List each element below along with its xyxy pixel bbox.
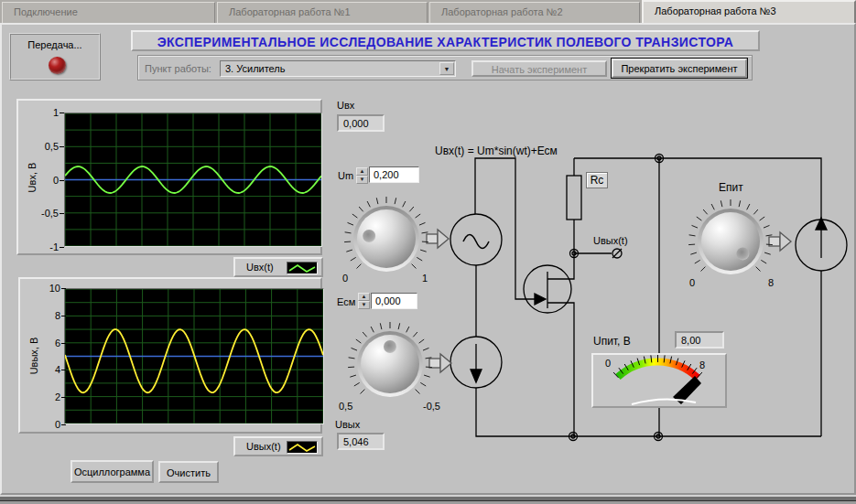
tab-lab-work-1[interactable]: Лабораторная работа №1 (217, 2, 428, 23)
decrement-button[interactable]: ▼ (356, 176, 368, 184)
increment-button[interactable]: ▲ (356, 167, 368, 176)
input-scope-plot (64, 113, 322, 247)
y-tick-label: 6 (33, 338, 60, 349)
meter-min-label: 0 (605, 358, 611, 369)
stop-experiment-button[interactable]: Прекратить эксперимент (612, 59, 747, 78)
um-spinner: ▲ ▼ (356, 167, 368, 184)
y-tick-mark (61, 424, 66, 425)
transfer-led-icon (49, 57, 66, 74)
oscillogram-button[interactable]: Осциллограмма (70, 460, 154, 483)
um-knob-min: 0 (342, 273, 348, 284)
supply-voltage-display: 8,00 (675, 331, 724, 349)
input-wave-icon (287, 262, 318, 274)
y-tick-mark (61, 370, 66, 370)
supply-voltage-label: Uпит, В (593, 335, 631, 348)
work-item-selected: 3. Усилитель (225, 63, 286, 74)
rc-resistor-label: Rc (586, 172, 608, 188)
input-legend-label: Uвх(t) (246, 262, 274, 273)
y-tick-mark (61, 316, 66, 316)
esm-label: Есм (337, 296, 355, 307)
meter-max-label: 8 (699, 359, 705, 370)
y-tick-mark (60, 213, 64, 214)
uvyh-label: Uвых (335, 419, 360, 430)
uvx-label: Uвх (337, 100, 354, 111)
y-tick-mark (61, 343, 66, 344)
y-tick-label: -1 (31, 241, 59, 252)
um-input[interactable] (369, 166, 419, 183)
um-knob-max: 1 (422, 273, 428, 284)
y-tick-mark (61, 397, 66, 398)
tab-lab-work-3[interactable]: Лабораторная работа №3 (642, 0, 856, 23)
esm-knob[interactable]: 0,5 -0,5 (344, 318, 436, 410)
y-tick-label: 4 (33, 364, 60, 375)
y-tick-label: 1 (31, 107, 59, 118)
clear-button[interactable]: Очистить (158, 461, 219, 483)
input-scope-legend[interactable]: Uвх(t) (233, 257, 323, 277)
y-tick-mark (60, 247, 64, 248)
y-tick-label: 2 (33, 391, 60, 402)
work-item-label: Пункт работы: (145, 63, 211, 74)
y-tick-mark (60, 146, 64, 147)
y-tick-label: 0 (31, 175, 59, 186)
output-oscilloscope: Uвых, В 1086420 (18, 277, 322, 434)
y-tick-mark (60, 180, 64, 181)
dropdown-arrow-icon[interactable]: ▼ (439, 62, 454, 75)
um-label: Um (338, 170, 353, 181)
output-scope-plot (64, 288, 324, 424)
start-experiment-button[interactable]: Начать эксперимент (471, 60, 607, 77)
epit-knob-min: 0 (689, 277, 695, 288)
tab-connection[interactable]: Подключение (2, 2, 215, 23)
esm-input[interactable] (371, 293, 417, 309)
input-oscilloscope: Uвх, В 10,50-0,5-1 (16, 99, 322, 255)
tab-lab-work-2[interactable]: Лабораторная работа №2 (429, 2, 640, 23)
increment-button[interactable]: ▲ (358, 293, 370, 301)
uout-node-label: Uвых(t) (593, 235, 628, 246)
esm-knob-min: 0,5 (339, 401, 352, 412)
y-tick-label: 0,5 (31, 141, 59, 152)
uvyh-display: 5,046 (337, 433, 385, 450)
y-tick-mark (61, 288, 66, 289)
y-tick-label: -0,5 (31, 208, 59, 219)
tab-bar: Подключение Лабораторная работа №1 Лабор… (0, 0, 856, 23)
epit-knob[interactable]: 0 8 (685, 196, 776, 287)
page-title: ЭКСПЕРИМЕНТАЛЬНОЕ ИССЛЕДОВАНИЕ ХАРАКТЕРИ… (131, 30, 760, 51)
esm-spinner: ▲ ▼ (358, 293, 370, 309)
work-item-dropdown[interactable]: 3. Усилитель ▼ (220, 60, 456, 77)
um-knob[interactable]: 0 1 (341, 193, 432, 284)
epit-label: Епит (719, 181, 743, 194)
output-wave-icon (287, 441, 318, 454)
transfer-label: Передача... (11, 39, 99, 50)
supply-voltage-meter (591, 353, 727, 408)
epit-knob-max: 8 (768, 277, 774, 288)
output-legend-label: Uвых(t) (246, 441, 281, 452)
y-tick-label: 0 (33, 419, 60, 430)
y-tick-label: 10 (33, 283, 60, 294)
uvx-display: 0,000 (337, 114, 385, 132)
y-tick-mark (60, 113, 64, 113)
decrement-button[interactable]: ▼ (358, 301, 370, 309)
transfer-indicator-box: Передача... (9, 33, 101, 80)
y-tick-label: 8 (33, 310, 60, 321)
esm-knob-max: -0,5 (423, 401, 440, 412)
input-signal-formula: Uвх(t) = Um*sin(wt)+Есм (435, 145, 558, 157)
output-scope-legend[interactable]: Uвых(t) (233, 436, 323, 456)
